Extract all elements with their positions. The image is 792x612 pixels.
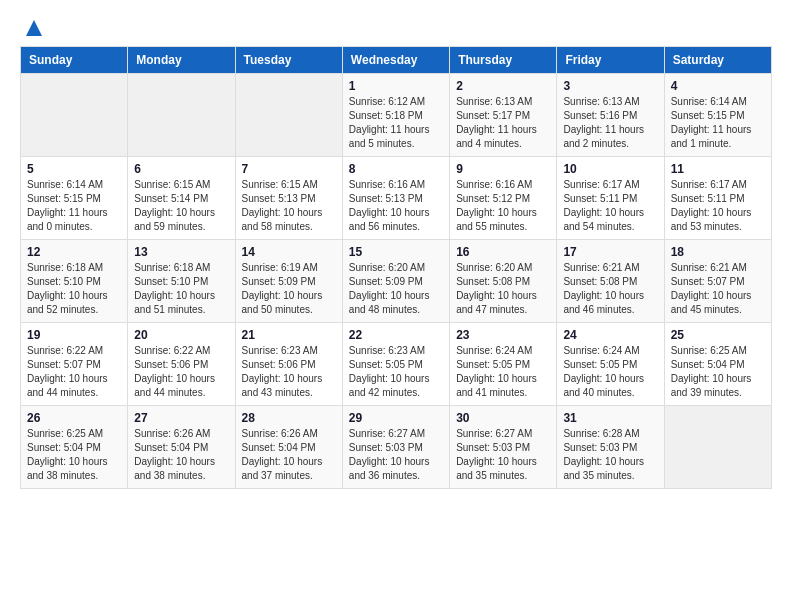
calendar-day-cell: 12Sunrise: 6:18 AMSunset: 5:10 PMDayligh… [21, 240, 128, 323]
day-number: 20 [134, 328, 228, 342]
day-info: Sunrise: 6:15 AMSunset: 5:13 PMDaylight:… [242, 178, 336, 234]
day-info: Sunrise: 6:14 AMSunset: 5:15 PMDaylight:… [27, 178, 121, 234]
day-number: 24 [563, 328, 657, 342]
calendar-day-cell: 1Sunrise: 6:12 AMSunset: 5:18 PMDaylight… [342, 74, 449, 157]
day-info: Sunrise: 6:12 AMSunset: 5:18 PMDaylight:… [349, 95, 443, 151]
day-info: Sunrise: 6:27 AMSunset: 5:03 PMDaylight:… [456, 427, 550, 483]
calendar-day-cell: 29Sunrise: 6:27 AMSunset: 5:03 PMDayligh… [342, 406, 449, 489]
calendar-day-cell: 10Sunrise: 6:17 AMSunset: 5:11 PMDayligh… [557, 157, 664, 240]
calendar-day-cell: 19Sunrise: 6:22 AMSunset: 5:07 PMDayligh… [21, 323, 128, 406]
day-info: Sunrise: 6:13 AMSunset: 5:17 PMDaylight:… [456, 95, 550, 151]
calendar-day-cell: 22Sunrise: 6:23 AMSunset: 5:05 PMDayligh… [342, 323, 449, 406]
calendar-day-cell: 15Sunrise: 6:20 AMSunset: 5:09 PMDayligh… [342, 240, 449, 323]
day-info: Sunrise: 6:24 AMSunset: 5:05 PMDaylight:… [563, 344, 657, 400]
calendar-day-header: Sunday [21, 47, 128, 74]
day-number: 2 [456, 79, 550, 93]
calendar-day-cell: 6Sunrise: 6:15 AMSunset: 5:14 PMDaylight… [128, 157, 235, 240]
day-number: 28 [242, 411, 336, 425]
day-number: 10 [563, 162, 657, 176]
page-header [20, 20, 772, 36]
day-info: Sunrise: 6:14 AMSunset: 5:15 PMDaylight:… [671, 95, 765, 151]
logo [20, 20, 42, 36]
day-info: Sunrise: 6:25 AMSunset: 5:04 PMDaylight:… [27, 427, 121, 483]
calendar-table: SundayMondayTuesdayWednesdayThursdayFrid… [20, 46, 772, 489]
calendar-day-header: Friday [557, 47, 664, 74]
day-info: Sunrise: 6:15 AMSunset: 5:14 PMDaylight:… [134, 178, 228, 234]
calendar-day-cell: 8Sunrise: 6:16 AMSunset: 5:13 PMDaylight… [342, 157, 449, 240]
calendar-week-row: 26Sunrise: 6:25 AMSunset: 5:04 PMDayligh… [21, 406, 772, 489]
day-info: Sunrise: 6:20 AMSunset: 5:08 PMDaylight:… [456, 261, 550, 317]
day-number: 23 [456, 328, 550, 342]
calendar-header-row: SundayMondayTuesdayWednesdayThursdayFrid… [21, 47, 772, 74]
day-number: 4 [671, 79, 765, 93]
calendar-day-cell: 28Sunrise: 6:26 AMSunset: 5:04 PMDayligh… [235, 406, 342, 489]
calendar-day-cell [235, 74, 342, 157]
calendar-day-cell: 26Sunrise: 6:25 AMSunset: 5:04 PMDayligh… [21, 406, 128, 489]
calendar-week-row: 12Sunrise: 6:18 AMSunset: 5:10 PMDayligh… [21, 240, 772, 323]
day-info: Sunrise: 6:18 AMSunset: 5:10 PMDaylight:… [27, 261, 121, 317]
calendar-day-cell: 27Sunrise: 6:26 AMSunset: 5:04 PMDayligh… [128, 406, 235, 489]
day-number: 30 [456, 411, 550, 425]
day-number: 1 [349, 79, 443, 93]
day-info: Sunrise: 6:18 AMSunset: 5:10 PMDaylight:… [134, 261, 228, 317]
day-number: 31 [563, 411, 657, 425]
day-number: 5 [27, 162, 121, 176]
day-number: 7 [242, 162, 336, 176]
calendar-day-cell [128, 74, 235, 157]
calendar-day-cell: 20Sunrise: 6:22 AMSunset: 5:06 PMDayligh… [128, 323, 235, 406]
day-info: Sunrise: 6:20 AMSunset: 5:09 PMDaylight:… [349, 261, 443, 317]
day-number: 8 [349, 162, 443, 176]
day-number: 14 [242, 245, 336, 259]
day-number: 25 [671, 328, 765, 342]
calendar-day-cell: 4Sunrise: 6:14 AMSunset: 5:15 PMDaylight… [664, 74, 771, 157]
calendar-day-cell: 2Sunrise: 6:13 AMSunset: 5:17 PMDaylight… [450, 74, 557, 157]
calendar-day-cell: 16Sunrise: 6:20 AMSunset: 5:08 PMDayligh… [450, 240, 557, 323]
calendar-day-cell [21, 74, 128, 157]
calendar-week-row: 1Sunrise: 6:12 AMSunset: 5:18 PMDaylight… [21, 74, 772, 157]
calendar-day-cell: 21Sunrise: 6:23 AMSunset: 5:06 PMDayligh… [235, 323, 342, 406]
day-number: 21 [242, 328, 336, 342]
day-number: 13 [134, 245, 228, 259]
day-info: Sunrise: 6:27 AMSunset: 5:03 PMDaylight:… [349, 427, 443, 483]
day-info: Sunrise: 6:23 AMSunset: 5:06 PMDaylight:… [242, 344, 336, 400]
calendar-day-cell: 23Sunrise: 6:24 AMSunset: 5:05 PMDayligh… [450, 323, 557, 406]
day-number: 6 [134, 162, 228, 176]
calendar-day-cell: 11Sunrise: 6:17 AMSunset: 5:11 PMDayligh… [664, 157, 771, 240]
day-info: Sunrise: 6:16 AMSunset: 5:13 PMDaylight:… [349, 178, 443, 234]
calendar-day-cell: 31Sunrise: 6:28 AMSunset: 5:03 PMDayligh… [557, 406, 664, 489]
day-number: 3 [563, 79, 657, 93]
calendar-day-header: Saturday [664, 47, 771, 74]
calendar-day-cell: 9Sunrise: 6:16 AMSunset: 5:12 PMDaylight… [450, 157, 557, 240]
calendar-day-cell: 14Sunrise: 6:19 AMSunset: 5:09 PMDayligh… [235, 240, 342, 323]
day-info: Sunrise: 6:26 AMSunset: 5:04 PMDaylight:… [134, 427, 228, 483]
day-info: Sunrise: 6:13 AMSunset: 5:16 PMDaylight:… [563, 95, 657, 151]
calendar-week-row: 19Sunrise: 6:22 AMSunset: 5:07 PMDayligh… [21, 323, 772, 406]
calendar-day-cell: 17Sunrise: 6:21 AMSunset: 5:08 PMDayligh… [557, 240, 664, 323]
day-info: Sunrise: 6:25 AMSunset: 5:04 PMDaylight:… [671, 344, 765, 400]
day-info: Sunrise: 6:22 AMSunset: 5:07 PMDaylight:… [27, 344, 121, 400]
calendar-day-cell: 24Sunrise: 6:24 AMSunset: 5:05 PMDayligh… [557, 323, 664, 406]
calendar-day-cell [664, 406, 771, 489]
day-number: 11 [671, 162, 765, 176]
day-number: 22 [349, 328, 443, 342]
day-info: Sunrise: 6:23 AMSunset: 5:05 PMDaylight:… [349, 344, 443, 400]
calendar-day-cell: 25Sunrise: 6:25 AMSunset: 5:04 PMDayligh… [664, 323, 771, 406]
calendar-day-header: Wednesday [342, 47, 449, 74]
calendar-day-header: Thursday [450, 47, 557, 74]
calendar-day-header: Tuesday [235, 47, 342, 74]
day-info: Sunrise: 6:21 AMSunset: 5:07 PMDaylight:… [671, 261, 765, 317]
day-number: 29 [349, 411, 443, 425]
day-info: Sunrise: 6:28 AMSunset: 5:03 PMDaylight:… [563, 427, 657, 483]
day-info: Sunrise: 6:19 AMSunset: 5:09 PMDaylight:… [242, 261, 336, 317]
calendar-day-cell: 7Sunrise: 6:15 AMSunset: 5:13 PMDaylight… [235, 157, 342, 240]
day-info: Sunrise: 6:26 AMSunset: 5:04 PMDaylight:… [242, 427, 336, 483]
day-number: 18 [671, 245, 765, 259]
day-number: 9 [456, 162, 550, 176]
day-info: Sunrise: 6:17 AMSunset: 5:11 PMDaylight:… [671, 178, 765, 234]
day-number: 12 [27, 245, 121, 259]
day-number: 15 [349, 245, 443, 259]
calendar-day-cell: 5Sunrise: 6:14 AMSunset: 5:15 PMDaylight… [21, 157, 128, 240]
day-number: 26 [27, 411, 121, 425]
day-number: 17 [563, 245, 657, 259]
day-info: Sunrise: 6:22 AMSunset: 5:06 PMDaylight:… [134, 344, 228, 400]
